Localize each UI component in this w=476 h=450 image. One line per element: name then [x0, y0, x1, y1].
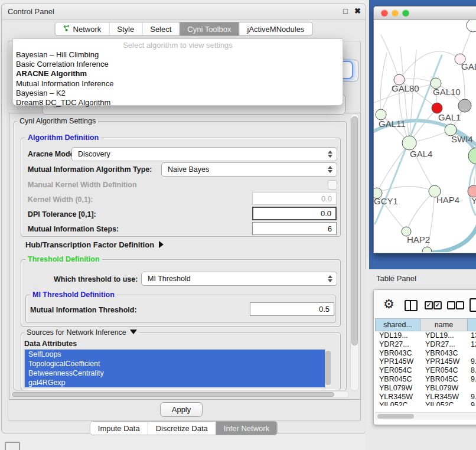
algorithm-option[interactable]: Bayesian – Hill Climbing	[13, 50, 343, 60]
table-row[interactable]: YDL19...YDL19...13	[375, 331, 476, 340]
column-header-shared[interactable]: shared...	[375, 318, 420, 331]
deselect-all-icon[interactable]	[447, 301, 455, 309]
network-node-label: HAP4	[436, 195, 459, 205]
table-horizontal-scrollbar-thumb[interactable]	[377, 414, 414, 419]
network-node-label: GAL	[461, 61, 476, 71]
network-node-gal4[interactable]	[402, 136, 416, 150]
combo-stepper-icon	[328, 275, 332, 282]
data-attribute-item[interactable]: gal4RGexp	[25, 378, 325, 387]
settings-horizontal-scrollbar-thumb[interactable]	[12, 392, 334, 397]
settings-vertical-scrollbar[interactable]	[350, 113, 359, 391]
network-node-label: SWI4	[451, 134, 473, 144]
select-all-icon[interactable]: ✓	[425, 301, 433, 309]
tab-label: Network	[73, 25, 102, 34]
zoom-traffic-light-icon[interactable]	[402, 9, 409, 17]
table-cell: YBR045C	[375, 375, 420, 384]
data-attributes-list[interactable]: SelfLoopsTopologicalCoefficientBetweenne…	[24, 349, 325, 389]
network-edge[interactable]	[381, 35, 399, 80]
threshold-definition-title: Threshold Definition	[25, 255, 102, 263]
data-attribute-item[interactable]: BetweennessCentrality	[25, 369, 325, 378]
network-node[interactable]	[422, 247, 432, 252]
algorithm-option[interactable]: Bayesian – K2	[13, 89, 343, 98]
tab-jactivemnodules[interactable]: jActiveMNodules	[239, 22, 312, 35]
table-row[interactable]: YDR27...YDR27...12	[375, 340, 476, 349]
columns-icon[interactable]	[405, 300, 418, 311]
network-node-label: GAL10	[433, 87, 461, 97]
table-window: ⚙ ✓ ✓ shared...nameA YDL19...YDL19...13Y…	[373, 289, 476, 425]
column-header-a[interactable]: A	[468, 318, 476, 331]
algorithm-option[interactable]: Dream8 DC_TDC Algorithm	[13, 98, 343, 107]
document-icon[interactable]	[470, 298, 476, 312]
table-row[interactable]: YBL079WYBL079W	[375, 384, 476, 393]
mi-algorithm-type-value: Naive Bayes	[168, 165, 209, 174]
hub-definition-label: Hub/Transcription Factor Definition	[25, 240, 154, 249]
network-window-titlebar[interactable]	[374, 6, 476, 20]
gear-icon[interactable]: ⚙	[383, 297, 395, 311]
algorithm-option[interactable]: Basic Correlation Inference	[13, 60, 343, 69]
table-horizontal-scrollbar[interactable]	[375, 412, 476, 420]
network-edge[interactable]	[399, 51, 460, 80]
settings-vertical-scrollbar-thumb[interactable]	[351, 116, 358, 345]
tab-infer-network[interactable]: Infer Network	[216, 422, 277, 435]
mi-threshold-field[interactable]: 0.5	[250, 302, 334, 316]
tab-network[interactable]: Network	[56, 22, 109, 35]
mi-steps-label: Mutual Information Steps:	[28, 225, 119, 233]
data-attribute-item[interactable]: SelfLoops	[25, 350, 325, 359]
table-row[interactable]: YBR045CYBR045C9.	[375, 375, 476, 384]
sources-group-header[interactable]: Sources for Network Inference	[24, 328, 139, 337]
which-threshold-combobox[interactable]: MI Threshold	[141, 272, 337, 286]
close-traffic-light-icon[interactable]	[381, 9, 388, 17]
close-window-icon[interactable]: ✖	[354, 6, 361, 15]
network-node[interactable]	[468, 148, 476, 164]
tab-select[interactable]: Select	[142, 22, 179, 35]
network-node[interactable]	[467, 20, 476, 32]
table-row[interactable]: YPR145WYPR145W9.	[375, 357, 476, 366]
algorithm-option[interactable]: ARACNE Algorithm	[13, 69, 343, 79]
algorithm-option[interactable]: Mutual Information Inference	[13, 79, 343, 89]
table-cell: 9.	[468, 357, 476, 366]
manual-kernel-width-checkbox[interactable]	[328, 180, 337, 190]
minimized-palette-icon[interactable]	[5, 442, 20, 450]
settings-horizontal-scrollbar[interactable]	[10, 391, 349, 398]
tab-discretize-data[interactable]: Discretize Data	[148, 422, 216, 435]
deselect-all-icon2[interactable]	[456, 301, 464, 309]
aracne-mode-combobox[interactable]: Discovery	[71, 147, 337, 161]
table-cell: YBL079W	[420, 384, 468, 393]
network-edge[interactable]	[380, 53, 387, 115]
hub-definition-header[interactable]: Hub/Transcription Factor Definition	[25, 240, 164, 249]
network-node[interactable]	[458, 99, 471, 112]
kernel-width-field[interactable]: 0.0	[252, 192, 337, 205]
table-row[interactable]: YLR345WYLR345W9.	[375, 393, 476, 402]
table-row[interactable]: YIL052CYIL052C9	[375, 401, 476, 406]
network-canvas[interactable]: GALGAL80GAL10GAL1GAL11SWI4GAL4YGCY1HAP4H…	[374, 20, 476, 252]
table-row[interactable]: YBR043CYBR043C	[375, 349, 476, 358]
table-cell: YLR345W	[420, 393, 468, 402]
apply-button[interactable]: Apply	[160, 402, 203, 417]
table-cell: 12	[468, 340, 476, 349]
mi-algorithm-type-combobox[interactable]: Naive Bayes	[161, 162, 337, 177]
table-panel-title: Table Panel	[376, 274, 416, 283]
dpi-tolerance-field[interactable]: 0.0	[252, 207, 337, 220]
float-window-icon[interactable]: □	[343, 6, 348, 15]
table-row[interactable]: YER054CYER054C8.	[375, 366, 476, 375]
network-node-label: GAL11	[379, 119, 406, 129]
tab-impute-data[interactable]: Impute Data	[90, 422, 148, 435]
column-header-name[interactable]: name	[420, 318, 468, 331]
minimize-traffic-light-icon[interactable]	[392, 9, 399, 17]
tab-label: Cyni Toolbox	[187, 25, 231, 34]
mi-algorithm-type-label: Mutual Information Algorithm Type:	[28, 165, 152, 174]
tab-style[interactable]: Style	[109, 22, 142, 35]
table-cell: YDR27...	[420, 340, 468, 349]
attributes-list-scrollbar[interactable]	[325, 350, 331, 387]
expanded-arrow-icon	[130, 330, 137, 334]
data-attribute-item[interactable]: TopologicalCoefficient	[25, 359, 325, 369]
network-edge[interactable]	[432, 226, 476, 252]
mi-threshold-definition-title: MI Threshold Definition	[30, 291, 117, 299]
network-node-label: GAL1	[438, 112, 461, 122]
mi-steps-field[interactable]: 6	[252, 222, 337, 235]
network-edge[interactable]	[406, 191, 435, 231]
attributes-list-scrollbar-thumb[interactable]	[325, 351, 331, 385]
select-all-icon2[interactable]: ✓	[433, 301, 442, 309]
network-edge[interactable]	[377, 187, 435, 193]
tab-cyni-toolbox[interactable]: Cyni Toolbox	[179, 22, 239, 35]
